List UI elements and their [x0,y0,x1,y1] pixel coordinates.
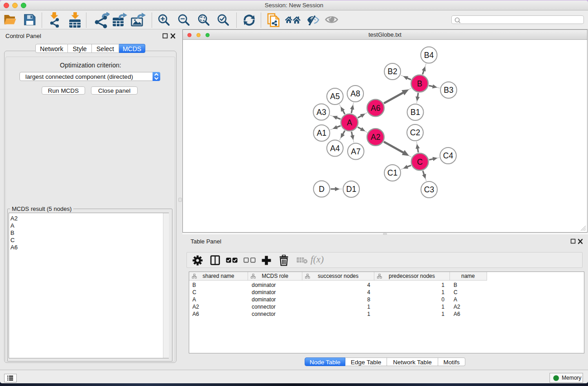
svg-text:A5: A5 [330,92,339,101]
svg-text:B1: B1 [411,108,420,117]
svg-text:A: A [347,118,352,127]
svg-text:B: B [417,79,422,88]
svg-text:B3: B3 [444,86,453,95]
svg-text:B2: B2 [387,67,397,76]
svg-text:C3: C3 [424,185,434,194]
svg-text:C4: C4 [443,151,454,160]
svg-text:A8: A8 [350,89,360,98]
svg-text:C2: C2 [410,128,420,137]
svg-text:A4: A4 [330,144,340,153]
svg-text:A7: A7 [351,147,360,156]
svg-text:C: C [417,157,423,167]
svg-text:D: D [319,185,325,194]
svg-text:C1: C1 [387,168,397,177]
svg-text:D1: D1 [346,185,356,194]
svg-text:A1: A1 [317,129,326,138]
svg-text:A3: A3 [316,108,326,117]
svg-text:A2: A2 [371,133,380,142]
svg-text:B4: B4 [424,51,434,60]
svg-text:A6: A6 [371,104,380,113]
